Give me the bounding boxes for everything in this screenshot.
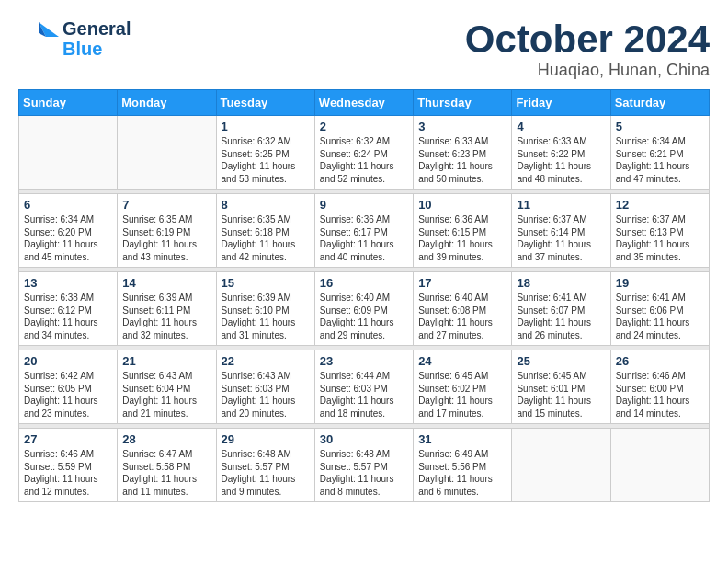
- day-number: 25: [517, 354, 605, 368]
- weekday-header-friday: Friday: [512, 90, 610, 116]
- day-detail: Sunrise: 6:33 AMSunset: 6:23 PMDaylight:…: [418, 135, 506, 185]
- day-number: 8: [222, 198, 310, 212]
- day-cell: 26Sunrise: 6:46 AMSunset: 6:00 PMDayligh…: [610, 350, 709, 424]
- week-row-3: 13Sunrise: 6:38 AMSunset: 6:12 PMDayligh…: [19, 272, 710, 346]
- day-detail: Sunrise: 6:47 AMSunset: 5:58 PMDaylight:…: [122, 448, 210, 498]
- day-detail: Sunrise: 6:37 AMSunset: 6:14 PMDaylight:…: [517, 213, 605, 263]
- day-detail: Sunrise: 6:34 AMSunset: 6:20 PMDaylight:…: [24, 213, 112, 263]
- day-cell: 7Sunrise: 6:35 AMSunset: 6:19 PMDaylight…: [118, 194, 216, 268]
- day-cell: 9Sunrise: 6:36 AMSunset: 6:17 PMDaylight…: [314, 194, 413, 268]
- day-number: 23: [320, 354, 408, 368]
- day-cell: 24Sunrise: 6:45 AMSunset: 6:02 PMDayligh…: [414, 350, 512, 424]
- day-number: 5: [616, 120, 704, 133]
- day-detail: Sunrise: 6:45 AMSunset: 6:01 PMDaylight:…: [517, 370, 605, 419]
- day-detail: Sunrise: 6:36 AMSunset: 6:17 PMDaylight:…: [320, 213, 408, 263]
- day-detail: Sunrise: 6:39 AMSunset: 6:11 PMDaylight:…: [122, 292, 210, 341]
- day-detail: Sunrise: 6:33 AMSunset: 6:22 PMDaylight:…: [517, 135, 605, 185]
- day-detail: Sunrise: 6:45 AMSunset: 6:02 PMDaylight:…: [418, 370, 506, 419]
- day-detail: Sunrise: 6:34 AMSunset: 6:21 PMDaylight:…: [616, 135, 704, 185]
- day-number: 16: [320, 276, 408, 290]
- day-number: 26: [616, 354, 704, 368]
- day-cell: 11Sunrise: 6:37 AMSunset: 6:14 PMDayligh…: [512, 194, 610, 268]
- day-detail: Sunrise: 6:37 AMSunset: 6:13 PMDaylight:…: [616, 213, 704, 263]
- day-cell: 27Sunrise: 6:46 AMSunset: 5:59 PMDayligh…: [19, 429, 118, 502]
- day-cell: 16Sunrise: 6:40 AMSunset: 6:09 PMDayligh…: [314, 272, 413, 346]
- day-cell: 21Sunrise: 6:43 AMSunset: 6:04 PMDayligh…: [118, 350, 216, 424]
- day-number: 15: [222, 276, 310, 290]
- day-detail: Sunrise: 6:42 AMSunset: 6:05 PMDaylight:…: [24, 370, 112, 419]
- week-row-2: 6Sunrise: 6:34 AMSunset: 6:20 PMDaylight…: [19, 194, 710, 268]
- day-cell: 2Sunrise: 6:32 AMSunset: 6:24 PMDaylight…: [314, 116, 413, 190]
- logo-line2: Blue: [63, 39, 102, 59]
- day-detail: Sunrise: 6:41 AMSunset: 6:07 PMDaylight:…: [517, 292, 605, 341]
- day-number: 10: [418, 198, 506, 212]
- day-cell: 20Sunrise: 6:42 AMSunset: 6:05 PMDayligh…: [19, 350, 118, 424]
- day-number: 14: [122, 276, 210, 290]
- day-number: 13: [24, 276, 112, 290]
- day-cell: 1Sunrise: 6:32 AMSunset: 6:25 PMDaylight…: [216, 116, 314, 190]
- day-number: 12: [616, 198, 704, 212]
- day-number: 21: [122, 354, 210, 368]
- weekday-header-thursday: Thursday: [414, 90, 512, 116]
- logo: General Blue: [18, 18, 131, 59]
- day-detail: Sunrise: 6:44 AMSunset: 6:03 PMDaylight:…: [320, 370, 408, 419]
- day-detail: Sunrise: 6:32 AMSunset: 6:25 PMDaylight:…: [222, 135, 310, 185]
- day-cell: 31Sunrise: 6:49 AMSunset: 5:56 PMDayligh…: [414, 429, 512, 502]
- week-row-1: 1Sunrise: 6:32 AMSunset: 6:25 PMDaylight…: [19, 116, 710, 190]
- day-detail: Sunrise: 6:35 AMSunset: 6:19 PMDaylight:…: [122, 213, 210, 263]
- day-detail: Sunrise: 6:48 AMSunset: 5:57 PMDaylight:…: [320, 448, 408, 498]
- week-row-5: 27Sunrise: 6:46 AMSunset: 5:59 PMDayligh…: [19, 429, 710, 502]
- day-cell: 6Sunrise: 6:34 AMSunset: 6:20 PMDaylight…: [19, 194, 118, 268]
- day-cell: 14Sunrise: 6:39 AMSunset: 6:11 PMDayligh…: [118, 272, 216, 346]
- day-number: 3: [418, 120, 506, 133]
- weekday-header-saturday: Saturday: [610, 90, 709, 116]
- day-number: 28: [122, 432, 210, 446]
- day-number: 2: [320, 120, 408, 133]
- weekday-header-row: SundayMondayTuesdayWednesdayThursdayFrid…: [19, 90, 710, 116]
- day-detail: Sunrise: 6:38 AMSunset: 6:12 PMDaylight:…: [24, 292, 112, 341]
- day-number: 9: [320, 198, 408, 212]
- day-detail: Sunrise: 6:46 AMSunset: 5:59 PMDaylight:…: [24, 448, 112, 498]
- day-number: 20: [24, 354, 112, 368]
- day-detail: Sunrise: 6:46 AMSunset: 6:00 PMDaylight:…: [616, 370, 704, 419]
- day-number: 30: [320, 432, 408, 446]
- day-detail: Sunrise: 6:43 AMSunset: 6:04 PMDaylight:…: [122, 370, 210, 419]
- day-detail: Sunrise: 6:41 AMSunset: 6:06 PMDaylight:…: [616, 292, 704, 341]
- day-cell: 10Sunrise: 6:36 AMSunset: 6:15 PMDayligh…: [414, 194, 512, 268]
- weekday-header-monday: Monday: [118, 90, 216, 116]
- day-number: 11: [517, 198, 605, 212]
- logo-line1: General: [63, 18, 131, 39]
- day-cell: 19Sunrise: 6:41 AMSunset: 6:06 PMDayligh…: [610, 272, 709, 346]
- day-cell: 12Sunrise: 6:37 AMSunset: 6:13 PMDayligh…: [610, 194, 709, 268]
- day-number: 7: [122, 198, 210, 212]
- day-number: 22: [222, 354, 310, 368]
- day-detail: Sunrise: 6:32 AMSunset: 6:24 PMDaylight:…: [320, 135, 408, 185]
- day-cell: [610, 429, 709, 502]
- day-cell: 4Sunrise: 6:33 AMSunset: 6:22 PMDaylight…: [512, 116, 610, 190]
- day-detail: Sunrise: 6:35 AMSunset: 6:18 PMDaylight:…: [222, 213, 310, 263]
- day-cell: 28Sunrise: 6:47 AMSunset: 5:58 PMDayligh…: [118, 429, 216, 502]
- month-title: October 2024: [465, 18, 710, 61]
- day-cell: [19, 116, 118, 190]
- logo-icon: [18, 18, 59, 59]
- day-number: 31: [418, 432, 506, 446]
- day-cell: 3Sunrise: 6:33 AMSunset: 6:23 PMDaylight…: [414, 116, 512, 190]
- day-detail: Sunrise: 6:36 AMSunset: 6:15 PMDaylight:…: [418, 213, 506, 263]
- day-cell: [118, 116, 216, 190]
- day-number: 19: [616, 276, 704, 290]
- day-detail: Sunrise: 6:43 AMSunset: 6:03 PMDaylight:…: [222, 370, 310, 419]
- day-detail: Sunrise: 6:40 AMSunset: 6:09 PMDaylight:…: [320, 292, 408, 341]
- day-cell: 25Sunrise: 6:45 AMSunset: 6:01 PMDayligh…: [512, 350, 610, 424]
- day-cell: 23Sunrise: 6:44 AMSunset: 6:03 PMDayligh…: [314, 350, 413, 424]
- day-detail: Sunrise: 6:48 AMSunset: 5:57 PMDaylight:…: [222, 448, 310, 498]
- calendar-table: SundayMondayTuesdayWednesdayThursdayFrid…: [18, 89, 710, 502]
- day-cell: 29Sunrise: 6:48 AMSunset: 5:57 PMDayligh…: [216, 429, 314, 502]
- day-number: 29: [222, 432, 310, 446]
- weekday-header-sunday: Sunday: [19, 90, 118, 116]
- day-number: 18: [517, 276, 605, 290]
- day-cell: 18Sunrise: 6:41 AMSunset: 6:07 PMDayligh…: [512, 272, 610, 346]
- location-title: Huaqiao, Hunan, China: [465, 61, 710, 80]
- page-header: General Blue October 2024 Huaqiao, Hunan…: [18, 18, 710, 80]
- day-number: 6: [24, 198, 112, 212]
- week-row-4: 20Sunrise: 6:42 AMSunset: 6:05 PMDayligh…: [19, 350, 710, 424]
